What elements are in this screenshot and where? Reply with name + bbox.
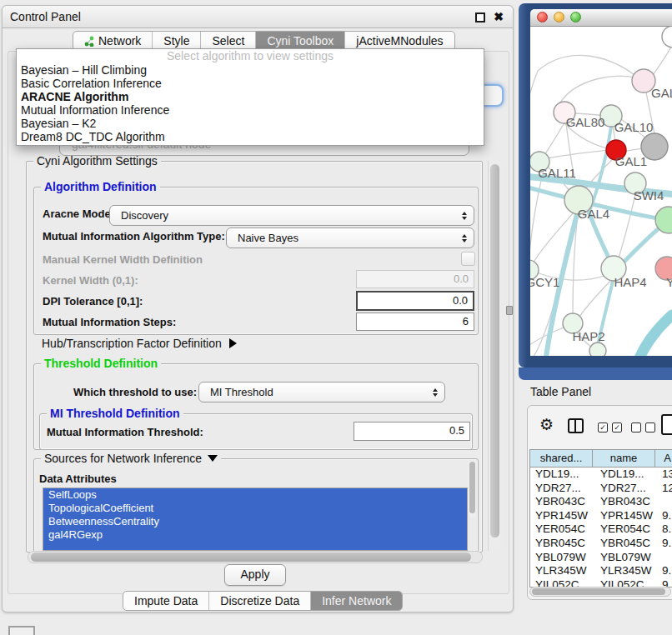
mi-steps-label: Mutual Information Steps: [43, 316, 176, 328]
mac-minimize-icon[interactable] [554, 12, 564, 22]
sources-group-title[interactable]: Sources for Network Inference [41, 452, 221, 465]
algorithm-definition-group: Algorithm Definition Aracne Mode: Discov… [33, 187, 479, 335]
table-cell: 9. [662, 537, 671, 551]
table-row[interactable]: YDL19...YDL19...13 [530, 468, 672, 482]
import-table-icon[interactable] [661, 414, 672, 435]
node-table: shared...nameA YDL19...YDL19...13YDR27..… [529, 449, 672, 588]
kernel-width-label: Kernel Width (0,1): [43, 274, 138, 287]
tab-infer-network[interactable]: Infer Network [310, 592, 402, 610]
mi-algorithm-type-label: Mutual Information Algorithm Type: [43, 230, 225, 242]
table-cell: YBR043C [535, 495, 585, 509]
control-panel-window: Control Panel ✖ NetworkStyleSelectCyni T… [2, 5, 514, 612]
mi-threshold-label: Mutual Information Threshold: [47, 426, 203, 438]
tab-style[interactable]: Style [152, 32, 200, 50]
combo-arrows-icon [433, 388, 438, 397]
hide-columns-toggle[interactable] [631, 422, 655, 432]
apply-button[interactable]: Apply [224, 564, 286, 586]
expand-right-icon [229, 338, 237, 348]
manual-kernel-width-label: Manual Kernel Width Definition [43, 253, 203, 266]
settings-vertical-scrollbar[interactable] [488, 161, 501, 551]
algorithm-option-bayesian-k2[interactable]: Bayesian – K2 [17, 117, 484, 130]
network-node[interactable] [662, 27, 672, 48]
control-panel-titlebar: Control Panel ✖ [3, 6, 513, 28]
table-header-row: shared...nameA [530, 450, 672, 468]
table-cell: YDL19... [535, 468, 579, 482]
mi-threshold-field[interactable]: 0.5 [354, 422, 470, 441]
table-row[interactable]: YER054CYER054C8. [530, 522, 672, 537]
tab-label: Network [98, 32, 141, 50]
which-threshold-combo[interactable]: MI Threshold [198, 382, 445, 402]
column-header-name[interactable]: name [593, 450, 655, 467]
algorithm-option-mutual-information-inference[interactable]: Mutual Information Inference [17, 103, 484, 117]
panel-splitter-handle[interactable] [506, 306, 513, 315]
attribute-item-gal4rgexp[interactable]: gal4RGexp [43, 528, 467, 542]
combo-arrows-icon [462, 212, 467, 220]
tab-select[interactable]: Select [200, 32, 255, 50]
table-cell: YDR27... [535, 482, 581, 496]
algorithm-option-aracne-algorithm[interactable]: ARACNE Algorithm [17, 90, 484, 103]
hub-definition-toggle[interactable]: Hub/Transcription Factor Definition [42, 337, 237, 350]
tab-cyni-toolbox[interactable]: Cyni Toolbox [255, 32, 344, 50]
column-header-shared[interactable]: shared... [530, 450, 593, 467]
tab-jactivemnodules[interactable]: jActiveMNodules [344, 32, 454, 50]
float-icon[interactable] [475, 12, 485, 22]
node-label: GAL11 [538, 166, 576, 180]
attribute-item-betweennesscentrality[interactable]: BetweennessCentrality [43, 515, 467, 528]
tab-network[interactable]: Network [73, 32, 152, 50]
table-row[interactable]: YPR145WYPR145W9. [530, 509, 672, 523]
columns-icon[interactable] [568, 418, 584, 433]
table-row[interactable]: YDR27...YDR27...12 [530, 482, 672, 496]
algorithm-option-bayesian-hill-climbing[interactable]: Bayesian – Hill Climbing [17, 63, 484, 77]
node-label: GAL10 [614, 120, 654, 134]
column-header-a[interactable]: A [655, 450, 672, 467]
tab-discretize-data[interactable]: Discretize Data [208, 592, 310, 610]
aracne-mode-label: Aracne Mode: [43, 208, 114, 220]
table-cell: YBL079W [535, 551, 586, 565]
inference-algorithm-combo-fragment[interactable] [481, 84, 504, 107]
attribute-item-selfloops[interactable]: SelfLoops [43, 488, 467, 502]
table-cell: YBL079W [600, 551, 651, 565]
unchecked-checkbox-icon [645, 422, 655, 432]
threshold-definition-title: Threshold Definition [41, 357, 161, 370]
network-window-titlebar[interactable] [530, 9, 672, 27]
table-horizontal-scrollbar[interactable] [529, 587, 671, 597]
table-cell: YER054C [535, 522, 585, 537]
algorithm-option-basic-correlation-inference[interactable]: Basic Correlation Inference [17, 77, 484, 90]
which-threshold-label: Which threshold to use: [73, 386, 197, 398]
mi-algorithm-type-combo[interactable]: Naive Bayes [226, 228, 474, 248]
collapsed-panel-stub[interactable] [8, 626, 35, 635]
network-icon [84, 36, 94, 47]
show-columns-toggle[interactable]: ✓ ✓ [598, 422, 622, 432]
table-row[interactable]: YBR045CYBR045C9. [530, 537, 672, 551]
mi-steps-field[interactable]: 6 [356, 312, 474, 331]
attribute-item-partial[interactable] [43, 542, 467, 551]
aracne-mode-value: Discovery [121, 209, 168, 222]
tab-impute-data[interactable]: Impute Data [123, 592, 208, 610]
gear-icon[interactable]: ⚙ [539, 416, 554, 434]
attributes-scrollbar[interactable] [469, 461, 476, 518]
table-cell: 13 [662, 468, 672, 482]
mac-close-icon[interactable] [537, 12, 548, 22]
table-row[interactable]: YBL079WYBL079W [530, 551, 672, 565]
table-row[interactable]: YBR043CYBR043C [530, 495, 672, 509]
network-node-labels: GALGAL80GAL10GAL1GAL11SWI4GAL4GCY1HAP4YH… [530, 86, 672, 343]
checked-checkbox-icon: ✓ [598, 422, 608, 432]
network-node[interactable] [589, 342, 606, 356]
tab-label: Style [163, 32, 189, 50]
attribute-item-topologicalcoefficient[interactable]: TopologicalCoefficient [43, 502, 467, 515]
close-icon[interactable]: ✖ [494, 9, 504, 24]
algorithm-option-dream8-dc-tdc-algorithm[interactable]: Dream8 DC_TDC Algorithm [17, 130, 484, 143]
algorithm-definition-title: Algorithm Definition [41, 180, 160, 193]
settings-group-title: Cyni Algorithm Settings [33, 154, 161, 168]
manual-kernel-width-checkbox[interactable] [461, 252, 475, 266]
node-label: SWI4 [634, 188, 664, 202]
aracne-mode-combo[interactable]: Discovery [109, 205, 474, 226]
table-cell: YER054C [600, 522, 650, 537]
table-row[interactable]: YLR345WYLR345W9. [530, 564, 672, 578]
node-label: GCY1 [530, 275, 559, 289]
mac-zoom-icon[interactable] [570, 12, 581, 22]
table-cell: 12 [662, 482, 672, 496]
settings-horizontal-scrollbar[interactable] [28, 551, 483, 563]
dpi-tolerance-field[interactable]: 0.0 [356, 291, 474, 311]
network-view-canvas[interactable]: GALGAL80GAL10GAL1GAL11SWI4GAL4GCY1HAP4YH… [530, 27, 672, 356]
